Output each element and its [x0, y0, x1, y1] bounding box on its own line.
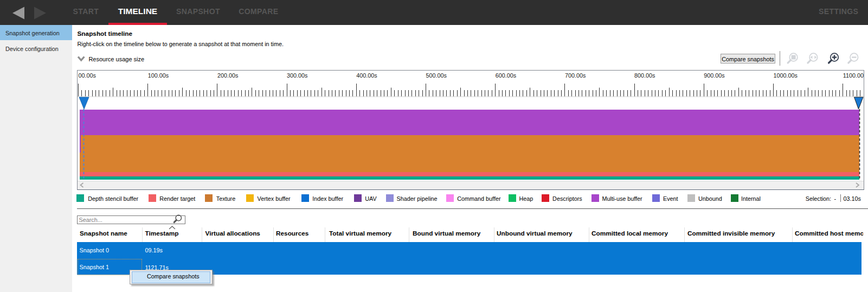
svg-text:300.00s: 300.00s: [287, 72, 308, 79]
svg-text:1100.00s: 1100.00s: [843, 72, 864, 79]
svg-text:800.00s: 800.00s: [634, 72, 655, 79]
svg-text:900.00s: 900.00s: [704, 72, 725, 79]
svg-text:00.00s: 00.00s: [79, 72, 97, 79]
svg-text:200.00s: 200.00s: [217, 72, 239, 79]
svg-text:400.00s: 400.00s: [356, 72, 377, 79]
svg-text:500.00s: 500.00s: [426, 72, 447, 79]
svg-text:600.00s: 600.00s: [496, 72, 517, 79]
svg-text:1000.00s: 1000.00s: [774, 72, 798, 79]
svg-text:100.00s: 100.00s: [148, 72, 169, 79]
svg-text:700.00s: 700.00s: [565, 72, 586, 79]
